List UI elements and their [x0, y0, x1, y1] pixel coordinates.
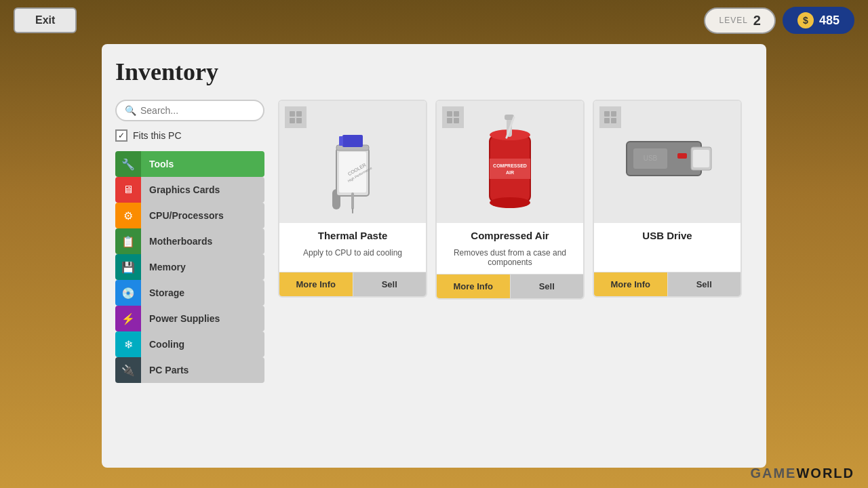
more-info-button-usb-drive[interactable]: More Info: [594, 272, 668, 296]
level-value: 2: [753, 13, 761, 28]
money-bar: $ 485: [783, 7, 854, 34]
sidebar-label-cooling: Cooling: [141, 331, 264, 357]
item-desc-compressed-air: Removes dust from a case and components: [437, 245, 583, 274]
level-bar: LEVEL 2: [704, 7, 775, 34]
inventory-title: Inventory: [115, 58, 753, 86]
search-input[interactable]: [140, 105, 259, 116]
sidebar-item-graphics-cards[interactable]: 🖥 Graphics Cards: [115, 177, 264, 203]
sidebar-label-power-supplies: Power Supplies: [141, 306, 264, 331]
svg-rect-33: [604, 111, 610, 117]
item-icon-overlay-thermal-paste: [285, 106, 307, 128]
svg-rect-34: [611, 111, 616, 117]
item-icon-overlay-compressed-air: [442, 106, 464, 128]
gameworld-logo: GAMEWORLD: [750, 466, 854, 481]
item-card-compressed-air: COMPRESSED AIR Compressed Air Removes du…: [435, 100, 585, 300]
sidebar-item-storage[interactable]: 💿 Storage: [115, 280, 264, 306]
exit-button[interactable]: Exit: [14, 7, 77, 33]
svg-point-16: [490, 197, 530, 208]
sidebar-icon-motherboards: 📋: [115, 228, 141, 254]
item-image-usb-drive: USB: [594, 101, 741, 223]
item-actions-usb-drive: More Info Sell: [594, 272, 741, 296]
sidebar-label-tools: Tools: [141, 151, 264, 177]
item-card-usb-drive: USB USB Drive More Info Sell: [593, 100, 742, 298]
item-title-compressed-air: Compressed Air: [437, 223, 583, 245]
sidebar-label-motherboards: Motherboards: [141, 228, 264, 254]
svg-text:USB: USB: [644, 155, 658, 162]
item-image-thermal-paste: COOLER High Performance: [279, 101, 426, 223]
sell-button-compressed-air[interactable]: Sell: [511, 274, 584, 298]
item-actions-thermal-paste: More Info Sell: [279, 272, 426, 296]
logo-game: GAME: [750, 466, 796, 481]
sidebar-icon-storage: 💿: [115, 280, 141, 306]
svg-text:AIR: AIR: [506, 170, 514, 175]
sell-button-usb-drive[interactable]: Sell: [668, 272, 741, 296]
top-bar: Exit LEVEL 2 $ 485: [0, 0, 868, 41]
item-desc-thermal-paste: Apply to CPU to aid cooling: [279, 245, 426, 272]
svg-rect-10: [290, 111, 295, 117]
sidebar-label-graphics-cards: Graphics Cards: [141, 177, 264, 203]
item-desc-usb-drive: [594, 245, 741, 272]
sidebar-item-motherboards[interactable]: 📋 Motherboards: [115, 228, 264, 254]
svg-rect-25: [447, 118, 452, 123]
sidebar-label-pc-parts: PC Parts: [141, 357, 264, 383]
logo-world: WORLD: [796, 466, 854, 481]
inventory-body: 🔍 ✓ Fits this PC 🔧 Tools 🖥 Graphics Card…: [115, 100, 753, 454]
sidebar-label-cpu: CPU/Processors: [141, 203, 264, 228]
sidebar: 🔍 ✓ Fits this PC 🔧 Tools 🖥 Graphics Card…: [115, 100, 264, 454]
sidebar-icon-power-supplies: ⚡: [115, 306, 141, 331]
svg-rect-5: [351, 192, 354, 209]
fits-pc-row[interactable]: ✓ Fits this PC: [115, 129, 264, 142]
sidebar-items-container: 🔧 Tools 🖥 Graphics Cards ⚙ CPU/Processor…: [115, 151, 264, 383]
sell-button-thermal-paste[interactable]: Sell: [353, 272, 427, 296]
more-info-button-thermal-paste[interactable]: More Info: [279, 272, 353, 296]
svg-rect-12: [290, 118, 295, 123]
level-label: LEVEL: [719, 16, 747, 25]
svg-rect-13: [296, 118, 302, 123]
top-right-controls: LEVEL 2 $ 485: [704, 7, 854, 34]
svg-rect-11: [296, 111, 302, 117]
svg-rect-35: [604, 118, 610, 123]
sidebar-item-memory[interactable]: 💾 Memory: [115, 254, 264, 280]
svg-text:COMPRESSED: COMPRESSED: [493, 163, 527, 168]
sidebar-item-cpu[interactable]: ⚙ CPU/Processors: [115, 203, 264, 228]
sidebar-item-tools[interactable]: 🔧 Tools: [115, 151, 264, 177]
fits-pc-label: Fits this PC: [133, 130, 182, 141]
item-title-thermal-paste: Thermal Paste: [279, 223, 426, 245]
search-icon: 🔍: [125, 105, 136, 116]
sidebar-item-cooling[interactable]: ❄ Cooling: [115, 331, 264, 357]
svg-rect-9: [339, 136, 343, 146]
svg-rect-24: [454, 111, 459, 117]
svg-rect-30: [677, 153, 687, 159]
svg-rect-17: [490, 159, 530, 179]
svg-rect-23: [447, 111, 452, 117]
money-value: 485: [819, 14, 840, 28]
svg-rect-26: [454, 118, 459, 123]
sidebar-label-storage: Storage: [141, 280, 264, 306]
money-icon: $: [797, 12, 814, 28]
svg-rect-8: [342, 135, 363, 147]
item-actions-compressed-air: More Info Sell: [437, 274, 583, 298]
sidebar-item-pc-parts[interactable]: 🔌 PC Parts: [115, 357, 264, 383]
sidebar-label-memory: Memory: [141, 254, 264, 280]
item-image-compressed-air: COMPRESSED AIR: [437, 101, 583, 223]
item-title-usb-drive: USB Drive: [594, 223, 741, 245]
sidebar-icon-cooling: ❄: [115, 331, 141, 357]
sidebar-icon-memory: 💾: [115, 254, 141, 280]
item-card-thermal-paste: COOLER High Performance Thermal Paste Ap…: [278, 100, 427, 298]
item-grid: COOLER High Performance Thermal Paste Ap…: [278, 100, 753, 454]
svg-rect-6: [352, 208, 353, 214]
more-info-button-compressed-air[interactable]: More Info: [437, 274, 511, 298]
svg-rect-29: [693, 150, 709, 167]
sidebar-icon-pc-parts: 🔌: [115, 357, 141, 383]
inventory-panel: Inventory 🔍 ✓ Fits this PC 🔧 Tools 🖥 Gra…: [102, 44, 766, 468]
fits-pc-checkbox[interactable]: ✓: [115, 129, 127, 142]
search-box[interactable]: 🔍: [115, 100, 264, 121]
svg-rect-36: [611, 118, 616, 123]
sidebar-icon-graphics-cards: 🖥: [115, 177, 141, 203]
item-icon-overlay-usb-drive: [599, 106, 621, 128]
sidebar-icon-cpu: ⚙: [115, 203, 141, 228]
sidebar-item-power-supplies[interactable]: ⚡ Power Supplies: [115, 306, 264, 331]
sidebar-icon-tools: 🔧: [115, 151, 141, 177]
